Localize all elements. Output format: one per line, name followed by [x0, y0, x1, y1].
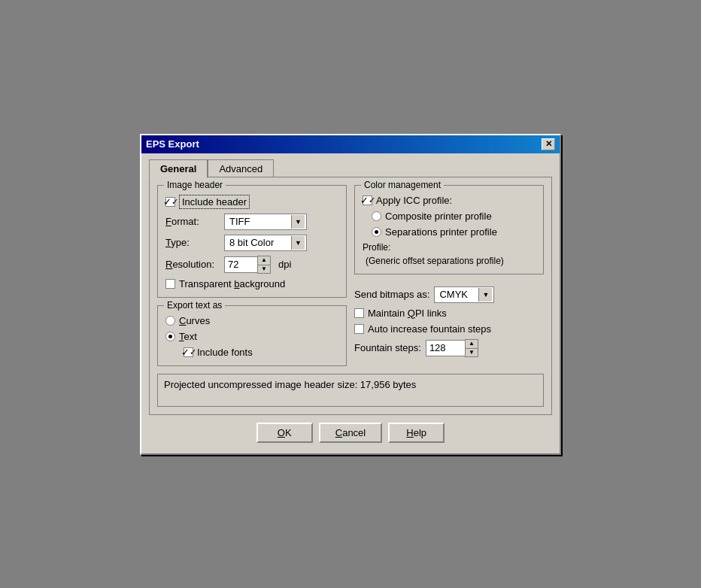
color-management-group: Color management ✓ Apply ICC profile: Co…: [354, 185, 544, 274]
dpi-label: dpi: [278, 259, 291, 270]
include-fonts-row: ✓ Include fonts: [184, 347, 338, 358]
fountain-steps-row: Fountain steps: 128 ▲ ▼: [354, 339, 544, 357]
type-select[interactable]: 8 bit Color ▼: [224, 235, 307, 251]
apply-icc-row: ✓ Apply ICC profile:: [363, 195, 536, 206]
status-text: Projected uncompressed image header size…: [164, 379, 416, 390]
dialog-title: EPS Export: [146, 138, 199, 150]
close-button[interactable]: ✕: [542, 138, 555, 150]
tab-content: Image header ✓ Include header Format: TI…: [149, 177, 552, 415]
fountain-steps-down-button[interactable]: ▼: [466, 348, 478, 356]
fountain-steps-spinner: 128 ▲ ▼: [426, 339, 478, 357]
maintain-qpi-text: Maintain QPI links: [368, 308, 447, 319]
separations-row: Separations printer profile: [372, 226, 536, 238]
include-fonts-checkbox[interactable]: ✓: [184, 347, 193, 357]
resolution-input[interactable]: 72: [224, 256, 257, 273]
transparent-bg-row: Transparent background: [165, 278, 338, 289]
type-dropdown-arrow[interactable]: ▼: [291, 236, 305, 250]
fountain-steps-label: Fountain steps:: [354, 342, 421, 353]
export-text-group: Export text as Curves Text ✓ Include fon…: [157, 305, 347, 366]
fountain-steps-up-button[interactable]: ▲: [466, 340, 478, 348]
eps-export-dialog: EPS Export ✕ General Advanced Image head…: [140, 134, 561, 455]
auto-increase-row: Auto increase fountain steps: [354, 323, 544, 335]
send-bitmaps-value: CMYK: [436, 289, 478, 300]
buttons-row: OK Cancel Help: [149, 415, 552, 446]
maintain-qpi-row: Maintain QPI links: [354, 308, 544, 319]
resolution-down-button[interactable]: ▼: [258, 265, 270, 273]
fountain-steps-input[interactable]: 128: [426, 340, 465, 356]
color-management-label: Color management: [361, 180, 444, 190]
send-bitmaps-label: Send bitmaps as:: [354, 289, 429, 300]
format-row: Format: TIFF ▼: [165, 214, 338, 230]
resolution-up-button[interactable]: ▲: [258, 256, 270, 265]
include-header-checkbox[interactable]: ✓: [165, 197, 175, 207]
text-row: Text: [165, 331, 338, 342]
send-bitmaps-select[interactable]: CMYK ▼: [434, 286, 494, 303]
curves-text: Curves: [179, 315, 210, 326]
profile-value-text: (Generic offset separations profile): [363, 256, 536, 266]
send-bitmaps-arrow[interactable]: ▼: [478, 288, 492, 302]
curves-radio[interactable]: [165, 316, 175, 326]
type-row: Type: 8 bit Color ▼: [165, 235, 338, 251]
transparent-bg-text: Transparent background: [179, 278, 285, 289]
resolution-spinner-buttons: ▲ ▼: [257, 256, 271, 274]
auto-increase-text: Auto increase fountain steps: [368, 323, 491, 335]
auto-increase-checkbox[interactable]: [354, 324, 364, 334]
type-value: 8 bit Color: [226, 237, 291, 248]
composite-text: Composite printer profile: [385, 211, 492, 222]
transparent-bg-checkbox[interactable]: [165, 279, 175, 289]
apply-icc-checkbox[interactable]: ✓: [363, 195, 372, 205]
export-text-label: Export text as: [164, 300, 225, 311]
tab-main: Image header ✓ Include header Format: TI…: [157, 185, 544, 366]
cancel-button[interactable]: Cancel: [319, 423, 382, 443]
format-value: TIFF: [226, 216, 291, 227]
tab-general[interactable]: General: [149, 159, 208, 178]
status-bar: Projected uncompressed image header size…: [157, 374, 544, 407]
resolution-spinner: 72 ▲ ▼: [224, 256, 271, 274]
tabs: General Advanced: [149, 159, 552, 177]
image-header-group: Image header ✓ Include header Format: TI…: [157, 185, 347, 298]
format-select[interactable]: TIFF ▼: [224, 214, 307, 230]
tab-advanced[interactable]: Advanced: [208, 159, 274, 177]
dialog-body: General Advanced Image header ✓ Include …: [141, 153, 560, 453]
profile-label-text: Profile:: [363, 242, 536, 253]
title-bar: EPS Export ✕: [141, 135, 560, 153]
separations-radio[interactable]: [372, 227, 381, 237]
include-fonts-text: Include fonts: [197, 347, 253, 358]
bitmap-settings: Send bitmaps as: CMYK ▼ Maintain QPI lin…: [354, 282, 544, 357]
apply-icc-text: Apply ICC profile:: [376, 195, 452, 206]
help-button[interactable]: Help: [388, 423, 445, 443]
left-column: Image header ✓ Include header Format: TI…: [157, 185, 347, 366]
fountain-steps-spinner-buttons: ▲ ▼: [465, 339, 478, 357]
type-label: Type:: [165, 237, 220, 248]
composite-row: Composite printer profile: [372, 211, 536, 222]
composite-radio[interactable]: [372, 211, 381, 221]
send-bitmaps-row: Send bitmaps as: CMYK ▼: [354, 286, 544, 303]
resolution-label: Resolution:: [165, 259, 220, 270]
image-header-label: Image header: [164, 180, 226, 190]
text-radio[interactable]: [165, 332, 175, 341]
ok-button[interactable]: OK: [256, 423, 313, 443]
text-text: Text: [179, 331, 197, 342]
maintain-qpi-checkbox[interactable]: [354, 308, 364, 318]
curves-row: Curves: [165, 315, 338, 326]
right-column: Color management ✓ Apply ICC profile: Co…: [354, 185, 544, 366]
format-label: Format:: [165, 216, 220, 227]
format-dropdown-arrow[interactable]: ▼: [291, 215, 305, 229]
include-header-row: ✓ Include header: [165, 195, 338, 209]
resolution-row: Resolution: 72 ▲ ▼ dpi: [165, 256, 338, 274]
separations-text: Separations printer profile: [385, 226, 497, 238]
include-header-text: Include header: [179, 195, 250, 209]
